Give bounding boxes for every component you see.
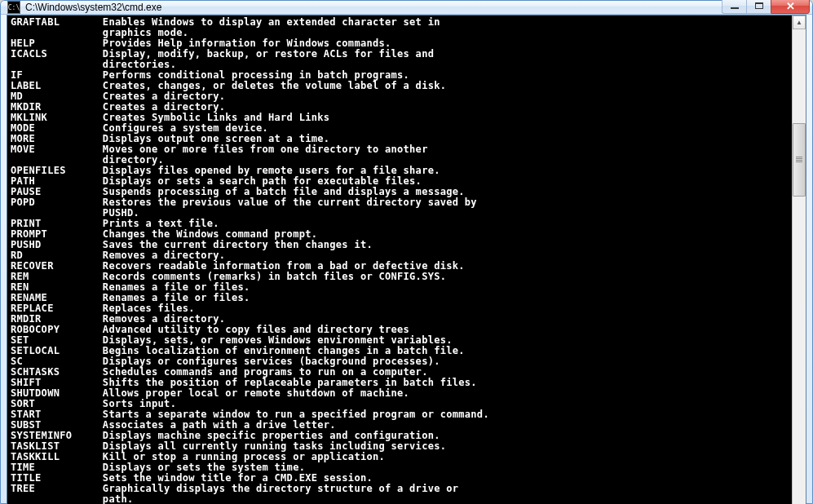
app-window: C:\ C:\Windows\system32\cmd.exe ✕ GRAFTA… <box>0 0 813 504</box>
scroll-thumb[interactable] <box>793 123 806 197</box>
scroll-up-button[interactable]: ▲ <box>793 15 806 29</box>
titlebar[interactable]: C:\ C:\Windows\system32\cmd.exe ✕ <box>1 1 812 15</box>
client-area: GRAFTABL Enables Windows to display an e… <box>7 15 806 504</box>
console-output[interactable]: GRAFTABL Enables Windows to display an e… <box>7 15 792 504</box>
scroll-track[interactable] <box>793 29 806 504</box>
maximize-button[interactable] <box>746 0 771 14</box>
vertical-scrollbar[interactable]: ▲ ▼ <box>792 15 806 504</box>
window-title: C:\Windows\system32\cmd.exe <box>25 2 722 13</box>
window-controls: ✕ <box>722 0 810 14</box>
app-icon[interactable]: C:\ <box>7 1 20 14</box>
close-button[interactable]: ✕ <box>771 0 810 14</box>
minimize-button[interactable] <box>722 0 746 14</box>
